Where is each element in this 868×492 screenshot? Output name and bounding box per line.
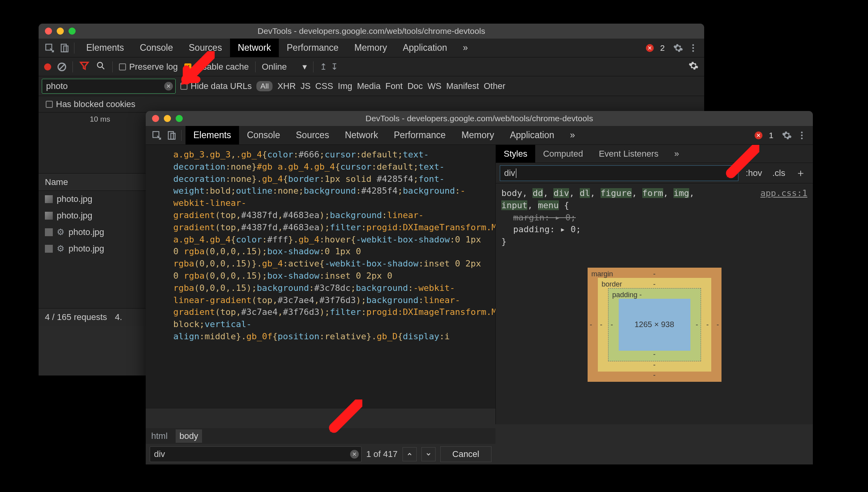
inspect-element-icon[interactable] (44, 43, 55, 54)
record-button[interactable] (44, 63, 51, 70)
minimize-window-button[interactable] (57, 28, 64, 35)
tab-performance[interactable]: Performance (386, 126, 454, 144)
hov-toggle[interactable]: :hov (742, 168, 765, 178)
tab-network[interactable]: Network (230, 39, 279, 57)
tab-sources[interactable]: Sources (288, 126, 337, 144)
more-tabs-icon[interactable]: » (666, 145, 687, 163)
clear-search-icon[interactable]: ✕ (350, 450, 359, 459)
search-input[interactable]: div ✕ (150, 446, 362, 462)
file-name: photo.jpg (57, 211, 93, 221)
box-model-border-label: border (602, 280, 622, 289)
main-toolbar: Elements Console Sources Network Perform… (39, 39, 704, 57)
styles-filter-value: div (504, 168, 515, 178)
filter-all-pill[interactable]: All (256, 81, 273, 91)
filter-type-css[interactable]: CSS (315, 81, 333, 91)
window-title: DevTools - developers.google.com/web/too… (258, 26, 485, 36)
placeholder-file-icon (45, 228, 53, 236)
device-toggle-icon[interactable] (166, 130, 177, 141)
box-model-diagram[interactable]: margin - - - - border - - - - padding - … (588, 268, 721, 382)
styles-tab-styles[interactable]: Styles (496, 145, 535, 163)
chevron-down-icon: ▾ (302, 62, 307, 72)
error-badge-icon[interactable]: ✕ (755, 131, 762, 139)
styles-tab-computed[interactable]: Computed (535, 145, 591, 163)
rule-close: } (501, 236, 807, 248)
clear-styles-filter-icon[interactable]: ✕ (727, 169, 736, 178)
image-file-icon (45, 195, 53, 203)
hide-data-urls-checkbox[interactable]: Hide data URLs (180, 81, 252, 91)
styles-tab-event-listeners[interactable]: Event Listeners (591, 145, 666, 163)
more-menu-icon[interactable] (688, 43, 699, 54)
rule-source-link[interactable]: app.css:1 (760, 187, 807, 200)
tab-console[interactable]: Console (239, 126, 288, 144)
svg-point-3 (692, 44, 694, 46)
clear-button[interactable] (57, 63, 66, 71)
tab-elements[interactable]: Elements (78, 39, 132, 57)
download-icon[interactable]: ↧ (331, 62, 338, 72)
filter-type-js[interactable]: JS (300, 81, 311, 91)
search-prev-button[interactable] (402, 447, 417, 461)
cls-toggle[interactable]: .cls (769, 168, 788, 178)
inspect-element-icon[interactable] (151, 130, 162, 141)
filter-type-ws[interactable]: WS (428, 81, 441, 91)
filter-row: photo ✕ Hide data URLs All XHR JS CSS Im… (39, 76, 704, 96)
tab-memory[interactable]: Memory (347, 39, 395, 57)
tab-memory[interactable]: Memory (454, 126, 502, 144)
maximize-window-button[interactable] (69, 28, 76, 35)
tab-application[interactable]: Application (502, 126, 562, 144)
tab-console[interactable]: Console (132, 39, 181, 57)
more-tabs-icon[interactable]: » (562, 126, 583, 144)
rule-margin[interactable]: margin: ▸ 0; (501, 212, 807, 224)
filter-type-font[interactable]: Font (385, 81, 402, 91)
tab-elements[interactable]: Elements (185, 126, 239, 144)
search-result-count: 1 of 417 (366, 449, 398, 459)
tab-application[interactable]: Application (395, 39, 455, 57)
settings-gear-icon[interactable] (673, 43, 684, 54)
tab-network[interactable]: Network (337, 126, 386, 144)
cancel-button[interactable]: Cancel (440, 446, 491, 462)
error-badge-icon[interactable]: ✕ (646, 44, 654, 52)
filter-input[interactable]: photo ✕ (42, 79, 176, 94)
rule-padding[interactable]: padding: ▸ 0; (501, 224, 807, 236)
file-name: photo.jpg (69, 244, 104, 254)
new-style-rule-icon[interactable]: ＋ (792, 166, 809, 180)
filter-type-media[interactable]: Media (357, 81, 381, 91)
breadcrumb-html[interactable]: html (151, 431, 168, 441)
search-icon[interactable] (96, 61, 106, 73)
close-window-button[interactable] (45, 28, 52, 35)
filter-type-manifest[interactable]: Manifest (446, 81, 479, 91)
box-model-padding-bottom: - (653, 350, 656, 359)
maximize-window-button[interactable] (176, 115, 183, 122)
filter-type-doc[interactable]: Doc (407, 81, 423, 91)
disable-cache-checkbox[interactable]: Disable cache (184, 62, 249, 72)
minimize-window-button[interactable] (164, 115, 171, 122)
filter-type-other[interactable]: Other (484, 81, 505, 91)
elements-source-pane: a.gb_3.gb_3,.gb_4{color:#666;cursor:defa… (146, 145, 495, 424)
tab-performance[interactable]: Performance (279, 39, 347, 57)
throttling-dropdown[interactable]: Online ▾ (262, 62, 307, 72)
clear-filter-icon[interactable]: ✕ (164, 82, 173, 91)
breadcrumb-body[interactable]: body (176, 429, 202, 443)
settings-gear-icon[interactable] (781, 130, 792, 141)
styles-filter-input[interactable]: div ✕ (500, 165, 738, 181)
upload-icon[interactable]: ↥ (320, 62, 327, 72)
error-count[interactable]: 1 (769, 131, 773, 140)
more-menu-icon[interactable] (796, 130, 807, 141)
error-count[interactable]: 2 (660, 43, 665, 53)
filter-type-xhr[interactable]: XHR (277, 81, 295, 91)
has-blocked-cookies-checkbox[interactable]: Has blocked cookies (46, 99, 135, 109)
close-window-button[interactable] (152, 115, 159, 122)
network-settings-gear-icon[interactable] (688, 61, 699, 73)
filter-type-img[interactable]: Img (338, 81, 352, 91)
search-next-button[interactable] (421, 447, 436, 461)
preserve-log-label: Preserve log (129, 62, 178, 72)
css-source-code[interactable]: a.gb_3.gb_3,.gb_4{color:#666;cursor:defa… (146, 145, 495, 409)
preserve-log-checkbox[interactable]: Preserve log (119, 62, 178, 72)
box-model-padding-right: - (696, 320, 698, 329)
svg-point-6 (97, 62, 102, 67)
filter-toggle-icon[interactable] (79, 61, 89, 73)
more-tabs-icon[interactable]: » (455, 39, 476, 57)
box-model-content-size: 1265 × 938 (619, 299, 690, 351)
tab-sources[interactable]: Sources (181, 39, 230, 57)
css-rule[interactable]: app.css:1 body, dd, div, dl, figure, for… (496, 183, 813, 252)
device-toggle-icon[interactable] (59, 43, 70, 54)
